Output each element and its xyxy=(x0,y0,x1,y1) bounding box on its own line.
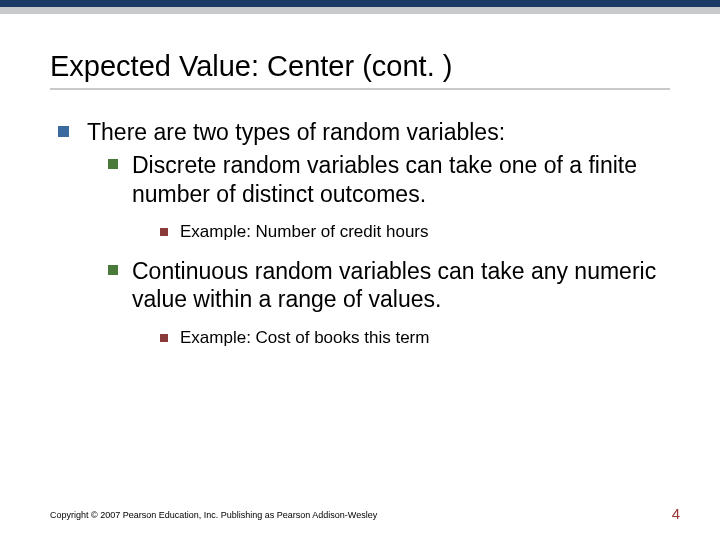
bullet-l2b-text: Continuous random variables can take any… xyxy=(132,257,670,315)
bullet-square-icon xyxy=(108,265,118,275)
slide-body: Expected Value: Center (cont. ) There ar… xyxy=(0,50,720,349)
bullet-level2: Continuous random variables can take any… xyxy=(108,257,670,315)
bullet-level3: Example: Number of credit hours xyxy=(160,222,670,242)
bullet-l2a-text: Discrete random variables can take one o… xyxy=(132,151,670,209)
bullet-l3b-text: Example: Cost of books this term xyxy=(180,328,429,348)
bullet-square-icon xyxy=(160,228,168,236)
bullet-square-icon xyxy=(160,334,168,342)
bullet-level2: Discrete random variables can take one o… xyxy=(108,151,670,209)
bullet-level3: Example: Cost of books this term xyxy=(160,328,670,348)
bullet-square-icon xyxy=(108,159,118,169)
slide-title: Expected Value: Center (cont. ) xyxy=(50,50,670,83)
bullet-level1: There are two types of random variables: xyxy=(50,118,670,147)
title-underline xyxy=(50,88,670,90)
top-accent-bar xyxy=(0,0,720,14)
bullet-l1-text: There are two types of random variables: xyxy=(87,118,505,147)
bullet-square-icon xyxy=(58,126,69,137)
stripe-dark xyxy=(0,0,720,7)
page-number: 4 xyxy=(672,505,680,522)
stripe-light xyxy=(0,7,720,14)
bullet-l3a-text: Example: Number of credit hours xyxy=(180,222,429,242)
copyright-footer: Copyright © 2007 Pearson Education, Inc.… xyxy=(50,510,377,520)
